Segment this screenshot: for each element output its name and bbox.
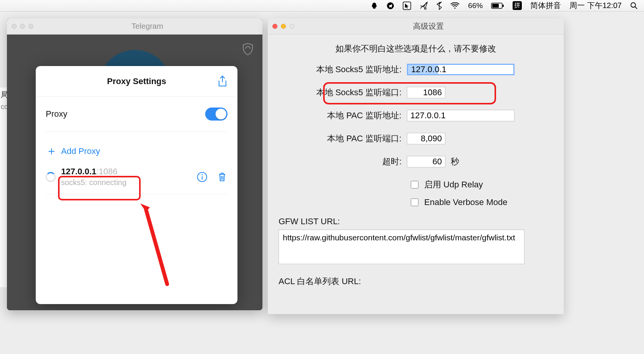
proxy-toggle[interactable] — [205, 108, 227, 121]
proxy-toggle-row: Proxy — [46, 97, 227, 132]
proxy-label: Proxy — [46, 109, 67, 119]
sheet-header: Proxy Settings — [36, 66, 237, 97]
send-icon[interactable]: G — [420, 2, 428, 10]
label-pac-port: 本地 PAC 监听端口: — [279, 133, 402, 144]
row-socks5-port: 本地 Socks5 监听端口: — [279, 87, 553, 98]
input-socks5-port[interactable] — [407, 87, 445, 98]
proxy-entry-main: 127.0.0.1:1086 socks5: connecting — [61, 167, 191, 187]
chat-hint-line2: co — [0, 100, 7, 111]
telegram-tray-icon[interactable] — [387, 2, 394, 10]
svg-point-9 — [201, 174, 202, 175]
proxy-entry-address: 127.0.0.1:1086 — [61, 167, 191, 177]
svg-text:G: G — [425, 7, 427, 10]
telegram-title: Telegram — [37, 22, 258, 31]
add-proxy-button[interactable]: ＋ Add Proxy — [46, 132, 227, 164]
traffic-lights[interactable] — [272, 24, 294, 29]
minimize-icon[interactable] — [281, 24, 286, 29]
chat-hint-line1: 局 — [0, 88, 7, 100]
label-acl-url: ACL 白名单列表 URL: — [279, 276, 553, 287]
zoom-icon[interactable] — [289, 24, 294, 29]
clock: 周一 下午12:07 — [569, 0, 622, 11]
label-verbose: Enable Verbose Mode — [424, 197, 508, 207]
menubar: G 66% 拼 简体拼音 周一 下午12:07 — [0, 0, 644, 12]
battery-icon[interactable] — [491, 3, 504, 9]
connecting-spinner-icon — [46, 172, 56, 182]
cursor-box-icon[interactable] — [403, 2, 411, 10]
traffic-lights[interactable] — [12, 24, 33, 29]
label-socks5-addr: 本地 Socks5 监听地址: — [279, 64, 402, 75]
battery-percent: 66% — [468, 2, 483, 10]
row-pac-port: 本地 PAC 监听端口: — [279, 133, 553, 144]
qq-icon[interactable] — [370, 2, 378, 10]
advanced-settings-window: 高级设置 如果你不明白这些选项是什么，请不要修改 本地 Socks5 监听地址:… — [268, 18, 564, 314]
bluetooth-icon[interactable] — [437, 2, 442, 10]
advanced-warning: 如果你不明白这些选项是什么，请不要修改 — [279, 43, 553, 55]
checkbox-verbose[interactable] — [411, 199, 418, 206]
underlying-chat-hint: 局 co — [0, 88, 7, 287]
label-udp-relay: 启用 Udp Relay — [424, 179, 483, 190]
row-verbose: Enable Verbose Mode — [409, 197, 553, 207]
search-magnifier-icon[interactable] — [630, 2, 638, 10]
proxy-entry[interactable]: 127.0.0.1:1086 socks5: connecting — [46, 164, 227, 194]
label-gfw-url: GFW LIST URL: — [279, 217, 553, 227]
proxy-entry-port: :1086 — [96, 167, 118, 176]
proxy-entry-ip: 127.0.0.1 — [61, 167, 96, 176]
suffix-timeout: 秒 — [451, 156, 459, 167]
plus-icon: ＋ — [46, 143, 54, 159]
wifi-icon[interactable] — [450, 2, 460, 9]
share-icon[interactable] — [217, 76, 227, 87]
close-icon[interactable] — [272, 24, 277, 29]
trash-icon[interactable] — [217, 172, 227, 182]
sheet-title: Proxy Settings — [56, 76, 217, 86]
textarea-gfw-url[interactable]: https://raw.githubusercontent.com/gfwlis… — [279, 230, 524, 264]
input-timeout[interactable] — [407, 156, 445, 167]
input-socks5-addr[interactable] — [407, 64, 515, 75]
input-pac-addr[interactable] — [407, 110, 515, 121]
checkbox-udp-relay[interactable] — [411, 181, 418, 189]
svg-point-3 — [455, 7, 456, 8]
input-pac-port[interactable] — [407, 133, 445, 144]
advanced-title: 高级设置 — [298, 21, 559, 31]
row-timeout: 超时: 秒 — [279, 156, 553, 167]
telegram-window: Telegram Proxy Settings Proxy ＋ — [7, 18, 262, 310]
proxy-entry-actions — [197, 172, 227, 182]
close-icon[interactable] — [12, 24, 17, 29]
ime-label[interactable]: 简体拼音 — [530, 0, 561, 11]
proxy-section: Proxy ＋ Add Proxy 127.0.0.1:1086 socks5:… — [36, 97, 237, 194]
advanced-body: 如果你不明白这些选项是什么，请不要修改 本地 Socks5 监听地址: 本地 S… — [268, 35, 564, 287]
label-pac-addr: 本地 PAC 监听地址: — [279, 110, 402, 121]
telegram-body: Proxy Settings Proxy ＋ Add Proxy — [7, 35, 262, 310]
svg-point-7 — [631, 3, 636, 7]
row-udp-relay: 启用 Udp Relay — [409, 179, 553, 190]
proxy-entry-status: socks5: connecting — [61, 178, 191, 187]
info-icon[interactable] — [197, 172, 207, 182]
label-socks5-port: 本地 Socks5 监听端口: — [279, 87, 402, 98]
add-proxy-label: Add Proxy — [61, 146, 100, 156]
svg-rect-6 — [503, 5, 504, 7]
telegram-titlebar[interactable]: Telegram — [7, 18, 262, 35]
label-timeout: 超时: — [279, 156, 402, 167]
advanced-titlebar[interactable]: 高级设置 — [268, 18, 564, 35]
zoom-icon[interactable] — [28, 24, 33, 29]
row-pac-addr: 本地 PAC 监听地址: — [279, 110, 553, 121]
minimize-icon[interactable] — [20, 24, 25, 29]
proxy-settings-sheet: Proxy Settings Proxy ＋ Add Proxy — [36, 66, 237, 304]
row-socks5-addr: 本地 Socks5 监听地址: — [279, 64, 553, 75]
svg-rect-5 — [492, 4, 499, 8]
shield-privacy-icon[interactable] — [241, 42, 255, 56]
ime-badge-icon[interactable]: 拼 — [513, 1, 522, 10]
